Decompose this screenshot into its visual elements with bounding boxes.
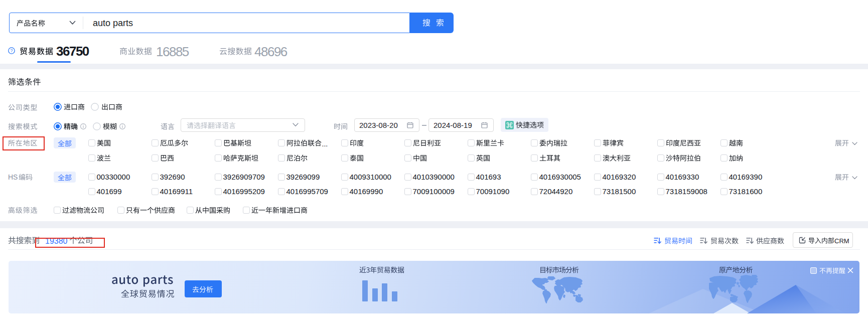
svg-text:?: ?: [10, 48, 13, 53]
